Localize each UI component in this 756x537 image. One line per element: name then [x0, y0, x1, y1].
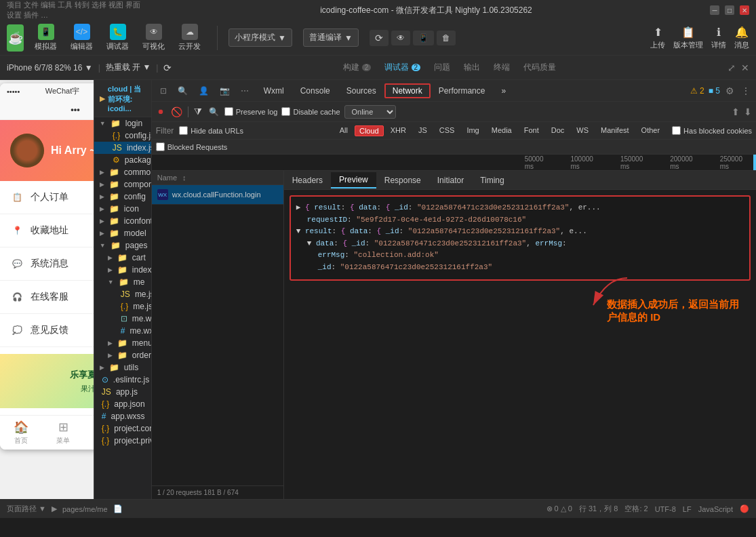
- menu-messages[interactable]: 💬 系统消息 ›: [0, 247, 94, 281]
- filter-css[interactable]: CSS: [434, 125, 460, 136]
- tab-network[interactable]: Network: [384, 83, 431, 98]
- menu-feedback[interactable]: 💭 意见反馈 ›: [0, 314, 94, 347]
- tab-preview[interactable]: Preview: [331, 172, 376, 188]
- nav-menu[interactable]: ⊞ 菜单: [42, 416, 84, 450]
- filter-xhr[interactable]: XHR: [385, 125, 412, 136]
- hotreload-toggle[interactable]: 热重载 开 ▼: [106, 62, 151, 73]
- clearcache-button[interactable]: 🗑: [437, 31, 456, 45]
- tab-timing[interactable]: Timing: [472, 173, 513, 188]
- tree-folder-order[interactable]: ▶ 📁 order: [94, 349, 151, 361]
- tab-response[interactable]: Response: [376, 173, 429, 188]
- tab-sources[interactable]: Sources: [338, 83, 384, 98]
- simulator-button[interactable]: 📱 模拟器: [29, 21, 62, 54]
- filter-media[interactable]: Media: [486, 125, 517, 136]
- throttle-selector[interactable]: Online Fast 3G Slow 3G Offline: [344, 105, 396, 119]
- tree-folder-login[interactable]: ▼ 📁 login: [94, 117, 151, 130]
- tree-file-package-json[interactable]: ⚙ package.json: [94, 154, 151, 166]
- tree-file-me-js[interactable]: JS me.js: [94, 288, 151, 300]
- filter-manifest[interactable]: Manifest: [595, 125, 635, 136]
- tree-file-project-config[interactable]: {.} project.config.json: [94, 422, 151, 435]
- filter-other[interactable]: Other: [636, 125, 666, 136]
- blocked-requests-checkbox[interactable]: Blocked Requests: [156, 142, 228, 151]
- refresh-icon[interactable]: ⟳: [163, 62, 172, 73]
- tree-file-index-js[interactable]: JS index.js: [94, 142, 151, 154]
- devtools-profile-icon[interactable]: 👤: [195, 85, 213, 97]
- refresh-button[interactable]: ⟳: [370, 30, 389, 46]
- tree-file-me-wxml[interactable]: ⊡ me.wxml: [94, 313, 151, 325]
- tree-folder-utils[interactable]: ▶ 📁 utils: [94, 361, 151, 374]
- tree-file-me-json[interactable]: {.} me.json: [94, 300, 151, 313]
- request-item-login[interactable]: WX wx.cloud.callFunction.login: [152, 185, 283, 205]
- filter-ws[interactable]: WS: [571, 125, 594, 136]
- tab-build[interactable]: 构建 2: [339, 60, 375, 75]
- tree-folder-iconfont[interactable]: ▶ 📁 iconfont: [94, 215, 151, 227]
- devtools-more-icon[interactable]: ⋯: [237, 85, 253, 97]
- tree-folder-components[interactable]: ▶ 📁 components: [94, 178, 151, 191]
- settings-icon[interactable]: ⚙: [724, 84, 736, 98]
- editor-button[interactable]: </> 编辑器: [65, 21, 98, 54]
- tree-folder-cart[interactable]: ▶ 📁 cart: [94, 252, 151, 264]
- tree-folder-me[interactable]: ▼ 📁 me: [94, 276, 151, 288]
- tree-folder-pages[interactable]: ▼ 📁 pages: [94, 239, 151, 252]
- cloud-button[interactable]: ☁ 云开发: [173, 21, 206, 54]
- tab-debugger[interactable]: 调试器 2: [380, 60, 424, 75]
- tree-file-app-json[interactable]: {.} app.json: [94, 398, 151, 410]
- tree-folder-index[interactable]: ▶ 📁 index: [94, 264, 151, 276]
- nav-orders[interactable]: 📄 订单: [84, 416, 94, 450]
- tab-terminal[interactable]: 终端: [490, 60, 514, 75]
- filter-cloud[interactable]: Cloud: [355, 125, 384, 136]
- nav-home[interactable]: 🏠 首页: [0, 416, 42, 450]
- tree-file-eslint[interactable]: ⊙ .eslintrc.js: [94, 374, 151, 386]
- clear-button[interactable]: 🚫: [170, 105, 184, 119]
- expand-icon-1[interactable]: ▶: [296, 203, 301, 212]
- devtools-screenshot-icon[interactable]: 📷: [216, 85, 234, 97]
- realtest-button[interactable]: 📱: [413, 31, 434, 45]
- expand-icon-4[interactable]: ▼: [307, 239, 312, 247]
- maximize-button[interactable]: □: [725, 5, 734, 15]
- menu-orders[interactable]: 📋 个人订单 ›: [0, 181, 94, 214]
- tree-file-app-js[interactable]: JS app.js: [94, 386, 151, 398]
- tree-folder-menu[interactable]: ▶ 📁 menu: [94, 337, 151, 349]
- close-button[interactable]: ✕: [740, 5, 749, 15]
- debugger-button[interactable]: 🐛 调试器: [101, 21, 134, 54]
- upload-action[interactable]: ⬆ 上传: [650, 26, 665, 50]
- tree-file-me-wxss[interactable]: # me.wxss: [94, 325, 151, 337]
- menu-support[interactable]: 🎧 在线客服 ›: [0, 281, 94, 314]
- tree-folder-config[interactable]: ▶ 📁 config: [94, 191, 151, 203]
- tab-headers[interactable]: Headers: [284, 173, 331, 188]
- mode-selector[interactable]: 小程序模式 ▼: [228, 28, 292, 47]
- panel-expand-icon[interactable]: ⤢: [728, 62, 736, 73]
- has-blocked-cookies-check[interactable]: [672, 126, 681, 135]
- tab-wxml[interactable]: Wxml: [256, 83, 292, 98]
- disable-cache-check[interactable]: [281, 107, 290, 116]
- compile-selector[interactable]: 普通编译 ▼: [303, 28, 359, 47]
- preserve-log-checkbox[interactable]: Preserve log: [224, 107, 278, 116]
- tab-issues[interactable]: 问题: [430, 60, 454, 75]
- filter-button[interactable]: ⧩: [193, 104, 203, 119]
- tree-file-config-json[interactable]: {.} config.json: [94, 130, 151, 142]
- tab-more[interactable]: »: [493, 83, 514, 98]
- version-action[interactable]: 📋 版本管理: [673, 26, 703, 50]
- hide-data-urls-check[interactable]: [179, 126, 188, 135]
- preview-button[interactable]: 👁: [391, 31, 410, 45]
- hide-data-urls-checkbox[interactable]: Hide data URLs: [179, 126, 243, 135]
- search-button[interactable]: 🔍: [207, 106, 220, 118]
- tab-performance[interactable]: Performance: [431, 83, 494, 98]
- record-button[interactable]: ⏺: [156, 106, 165, 117]
- more-options-icon[interactable]: •••: [71, 104, 80, 115]
- filter-img[interactable]: Img: [461, 125, 484, 136]
- tree-file-app-wxss[interactable]: # app.wxss: [94, 410, 151, 422]
- blocked-requests-check[interactable]: [156, 142, 165, 151]
- vertical-dots-icon[interactable]: ⋮: [740, 84, 752, 98]
- menu-address[interactable]: 📍 收藏地址 ›: [0, 214, 94, 247]
- tab-initiator[interactable]: Initiator: [429, 173, 472, 188]
- visual-button[interactable]: 👁 可视化: [137, 21, 170, 54]
- breadcrumb[interactable]: 页面路径 ▼: [7, 504, 46, 514]
- tree-folder-model[interactable]: ▶ 📁 model: [94, 227, 151, 239]
- device-selector[interactable]: iPhone 6/7/8 82% 16 ▼: [7, 63, 93, 73]
- filter-js[interactable]: JS: [413, 125, 433, 136]
- minimize-button[interactable]: ─: [710, 5, 719, 15]
- filter-doc[interactable]: Doc: [546, 125, 570, 136]
- expand-icon-3[interactable]: ▼: [296, 227, 301, 235]
- filter-font[interactable]: Font: [519, 125, 544, 136]
